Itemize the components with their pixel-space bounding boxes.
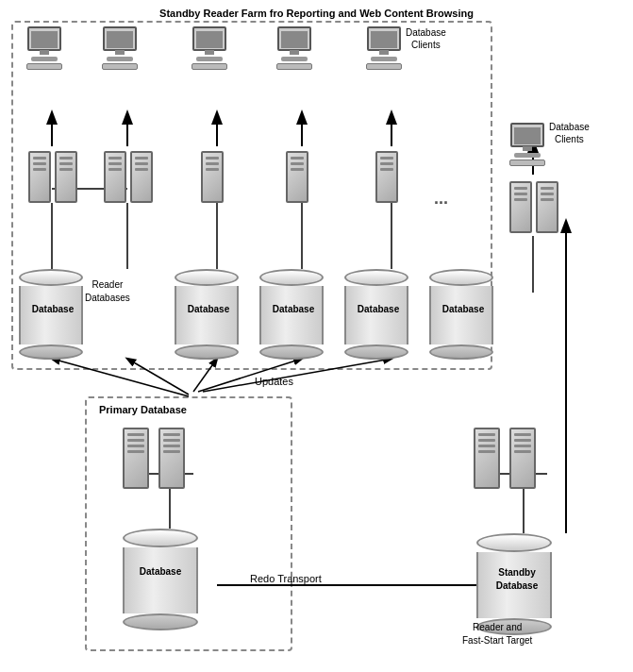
screen-1 xyxy=(31,31,58,48)
monitor-1 xyxy=(27,26,61,51)
server-5 xyxy=(375,151,398,203)
standby-server-1 xyxy=(474,428,500,489)
primary-server-1 xyxy=(123,428,149,489)
reader-db-2 xyxy=(175,269,239,360)
db-clients-right-label: DatabaseClients xyxy=(549,121,590,145)
reader-fast-start-label: Reader andFast-Start Target xyxy=(462,621,532,647)
db3-label: Database xyxy=(261,304,325,314)
title-label: Standby Reader Farm fro Reporting and We… xyxy=(47,8,586,19)
dots-label: ... xyxy=(434,189,448,209)
server-1a xyxy=(28,151,51,203)
monitor-6 xyxy=(510,123,544,147)
base-1 xyxy=(31,57,58,61)
db2-label: Database xyxy=(176,304,241,314)
primary-db-label: Primary Database xyxy=(99,404,187,415)
reader-farm-box xyxy=(11,21,492,370)
updates-label: Updates xyxy=(255,376,293,387)
redo-transport-label: Redo Transport xyxy=(250,573,322,584)
db4-label: Database xyxy=(346,304,410,314)
server-2b xyxy=(130,151,153,203)
keyboard-4 xyxy=(276,63,312,70)
computer-2 xyxy=(102,26,138,70)
monitor-2 xyxy=(103,26,137,51)
screen-5 xyxy=(371,31,397,48)
screen-3 xyxy=(196,31,223,48)
db5-label: Database xyxy=(431,304,495,314)
server-3 xyxy=(201,151,224,203)
computer-6 xyxy=(509,123,545,166)
monitor-4 xyxy=(277,26,311,51)
base-3 xyxy=(196,57,223,61)
standby-db-label: StandbyDatabase xyxy=(479,566,555,593)
base-6 xyxy=(514,153,541,158)
monitor-3 xyxy=(192,26,226,51)
computer-3 xyxy=(192,26,227,70)
keyboard-1 xyxy=(26,63,62,70)
keyboard-3 xyxy=(192,63,227,70)
standby-server-2 xyxy=(509,428,536,489)
base-2 xyxy=(107,57,133,61)
server-4 xyxy=(286,151,308,203)
reader-db-4 xyxy=(344,269,408,360)
primary-db xyxy=(123,529,198,630)
primary-server-2 xyxy=(158,428,185,489)
computer-4 xyxy=(276,26,312,70)
screen-6 xyxy=(514,127,541,144)
screen-4 xyxy=(281,31,308,48)
primary-db-label-inner: Database xyxy=(123,566,198,577)
server-2a xyxy=(104,151,126,203)
diagram: Standby Reader Farm fro Reporting and We… xyxy=(0,0,633,672)
server-6a xyxy=(509,181,532,233)
keyboard-6 xyxy=(509,160,545,166)
computer-1 xyxy=(26,26,62,70)
screen-2 xyxy=(107,31,133,48)
db-clients-top-label: DatabaseClients xyxy=(406,26,446,51)
base-4 xyxy=(281,57,308,61)
monitor-5 xyxy=(367,26,401,51)
server-1b xyxy=(55,151,77,203)
keyboard-5 xyxy=(366,63,402,70)
server-6b xyxy=(536,181,558,233)
keyboard-2 xyxy=(102,63,138,70)
base-5 xyxy=(371,57,397,61)
db1-label: Database xyxy=(21,304,85,314)
reader-db-3 xyxy=(259,269,324,360)
reader-db-label: ReaderDatabases xyxy=(85,278,130,305)
computer-5 xyxy=(366,26,402,70)
reader-db-1 xyxy=(19,269,83,360)
reader-db-5 xyxy=(429,269,493,360)
